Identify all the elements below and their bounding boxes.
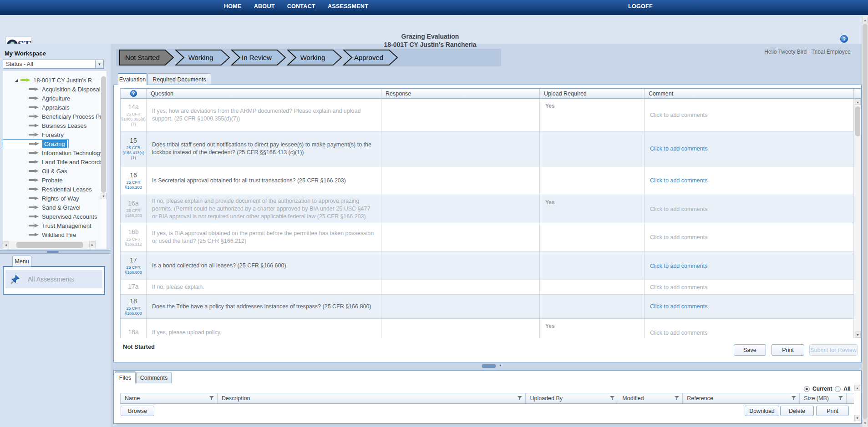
filter-funnel-icon[interactable] (675, 396, 680, 401)
tab-required-documents[interactable]: Required Documents (147, 73, 211, 85)
filter-funnel-icon[interactable] (838, 396, 843, 401)
response-cell[interactable] (381, 195, 540, 223)
sidebar-item-grazing[interactable]: Grazing (3, 139, 69, 148)
splitter-collapse-icon[interactable]: ▾ (499, 363, 501, 367)
nav-item-logoff[interactable]: LOGOFF (628, 3, 653, 10)
add-comment-link[interactable]: Click to add comments (650, 206, 707, 212)
comment-cell[interactable]: Click to add comments (645, 223, 854, 251)
add-comment-link[interactable]: Click to add comments (650, 234, 707, 241)
sidebar-item-appraisals[interactable]: Appraisals (3, 103, 101, 112)
scrollbar-thumb[interactable] (16, 242, 83, 248)
scroll-down-icon[interactable]: ▼ (855, 332, 861, 338)
chevron-down-icon[interactable]: ▼ (95, 60, 103, 68)
tab-evaluation[interactable]: Evaluation (118, 73, 147, 85)
tree-expander-icon[interactable] (15, 79, 18, 82)
sidebar-item-acquisition-disposals[interactable]: Acquisition & Disposals (3, 85, 101, 94)
comment-cell[interactable]: Click to add comments (645, 195, 854, 223)
add-comment-link[interactable]: Click to add comments (650, 263, 707, 269)
print-button[interactable]: Print (772, 344, 804, 356)
scroll-right-icon[interactable]: ► (89, 241, 96, 248)
response-cell[interactable] (381, 166, 540, 195)
panel-splitter-handle[interactable] (482, 364, 496, 368)
splitter-grip[interactable] (47, 251, 59, 253)
cfr-citation-link[interactable]: 25 CFR §166.203 (125, 208, 142, 218)
comment-cell[interactable]: Click to add comments (645, 99, 854, 131)
sidebar-item-rights-of-way[interactable]: Rights-of-Way (3, 194, 101, 203)
response-cell[interactable] (381, 295, 540, 318)
add-comment-link[interactable]: Click to add comments (650, 112, 707, 118)
filter-funnel-icon[interactable] (610, 396, 615, 401)
comment-cell[interactable]: Click to add comments (645, 166, 854, 195)
sidebar-item-agriculture[interactable]: Agriculture (3, 94, 101, 103)
cfr-citation-link[interactable]: 25 CFR §166.212 (125, 237, 142, 247)
scroll-down-icon[interactable]: ▼ (862, 420, 868, 426)
menu-tab[interactable]: Menu (12, 256, 31, 266)
add-comment-link[interactable]: Click to add comments (650, 330, 707, 336)
menu-item-all-assessments[interactable]: All Assessments (5, 270, 102, 288)
response-cell[interactable] (381, 99, 540, 131)
save-button[interactable]: Save (734, 344, 766, 356)
sidebar-item-residential-leases[interactable]: Residential Leases (3, 185, 101, 194)
cfr-citation-link[interactable]: 25 CFR §166.600 (125, 265, 142, 275)
delete-button[interactable]: Delete (780, 406, 814, 416)
sidebar-vertical-scrollbar[interactable]: ▼ (101, 71, 107, 249)
status-filter-dropdown[interactable]: Status - All ▼ (3, 60, 104, 69)
response-cell[interactable] (381, 319, 540, 338)
sidebar-horizontal-scrollbar[interactable]: ◄ ► (3, 241, 96, 248)
grid-vertical-scrollbar[interactable]: ▲ ▼ (854, 99, 861, 338)
comment-cell[interactable]: Click to add comments (645, 319, 854, 338)
tab-comments[interactable]: Comments (136, 372, 172, 383)
files-print-button[interactable]: Print (816, 406, 849, 416)
nav-item-about[interactable]: ABOUT (254, 3, 275, 10)
scrollbar-thumb[interactable] (855, 106, 860, 136)
add-comment-link[interactable]: Click to add comments (650, 146, 707, 152)
radio-all[interactable] (835, 386, 841, 392)
response-cell[interactable] (381, 131, 540, 166)
sidebar-item-trust-management[interactable]: Trust Management (3, 221, 101, 230)
nav-item-contact[interactable]: CONTACT (287, 3, 315, 10)
page-vertical-scrollbar[interactable]: ▲ ▼ (862, 16, 868, 427)
add-comment-link[interactable]: Click to add comments (650, 303, 707, 310)
browse-button[interactable]: Browse (121, 406, 154, 416)
cfr-citation-link[interactable]: 25 CFR §166.413(c) (1) (122, 146, 144, 161)
sidebar-item-beneficiary-process-prog[interactable]: Beneficiary Process Prog (3, 112, 101, 121)
cfr-citation-link[interactable]: 25 CFR §166.203 (125, 180, 142, 190)
radio-current[interactable] (804, 386, 810, 392)
sidebar-item-business-leases[interactable]: Business Leases (3, 121, 101, 130)
scroll-up-icon[interactable]: ▲ (854, 385, 860, 391)
sidebar-item-information-technology[interactable]: Information Technology (3, 148, 101, 157)
filter-funnel-icon[interactable] (209, 396, 214, 401)
scroll-down-icon[interactable]: ▼ (101, 193, 107, 199)
filter-funnel-icon[interactable] (518, 396, 523, 401)
filter-funnel-icon[interactable] (792, 396, 797, 401)
scroll-left-icon[interactable]: ◄ (3, 241, 9, 248)
comment-cell[interactable]: Click to add comments (645, 252, 854, 280)
nav-item-home[interactable]: HOME (224, 3, 242, 10)
sidebar-item-supervised-accounts[interactable]: Supervised Accounts (3, 212, 101, 221)
help-icon[interactable]: ? (840, 35, 848, 43)
sidebar-splitter[interactable] (0, 250, 111, 254)
add-comment-link[interactable]: Click to add comments (650, 177, 707, 184)
scrollbar-thumb[interactable] (101, 76, 106, 193)
sidebar-item-land-title-and-records-o[interactable]: Land Title and Records O (3, 157, 101, 166)
help-icon[interactable]: ? (130, 90, 137, 97)
comment-cell[interactable]: Click to add comments (645, 280, 854, 294)
cfr-citation-link[interactable]: 25 CFR §1000.355(d) (7) (121, 112, 146, 127)
sidebar-item-root-assessment[interactable]: 18-001T CY Justin's Ranch (3, 75, 101, 85)
sidebar-item-forestry[interactable]: Forestry (3, 130, 101, 139)
scroll-up-icon[interactable]: ▲ (855, 99, 861, 105)
cfr-citation-link[interactable]: 25 CFR §166.800 (125, 306, 142, 316)
sidebar-item-probate[interactable]: Probate (3, 176, 101, 185)
response-cell[interactable] (381, 280, 540, 294)
sidebar-item-oil-gas[interactable]: Oil & Gas (3, 166, 101, 176)
sidebar-item-wildland-fire[interactable]: Wildland Fire (3, 230, 101, 239)
comment-cell[interactable]: Click to add comments (645, 295, 854, 318)
add-comment-link[interactable]: Click to add comments (650, 284, 707, 291)
files-vertical-scrollbar[interactable]: ▲ ▼ (854, 385, 861, 421)
download-button[interactable]: Download (745, 406, 779, 416)
scroll-down-icon[interactable]: ▼ (854, 415, 860, 421)
scrollbar-thumb[interactable] (863, 24, 868, 419)
response-cell[interactable] (381, 223, 540, 251)
scroll-up-icon[interactable]: ▲ (862, 17, 868, 23)
submit-for-review-button[interactable]: Submit for Review (809, 344, 858, 356)
